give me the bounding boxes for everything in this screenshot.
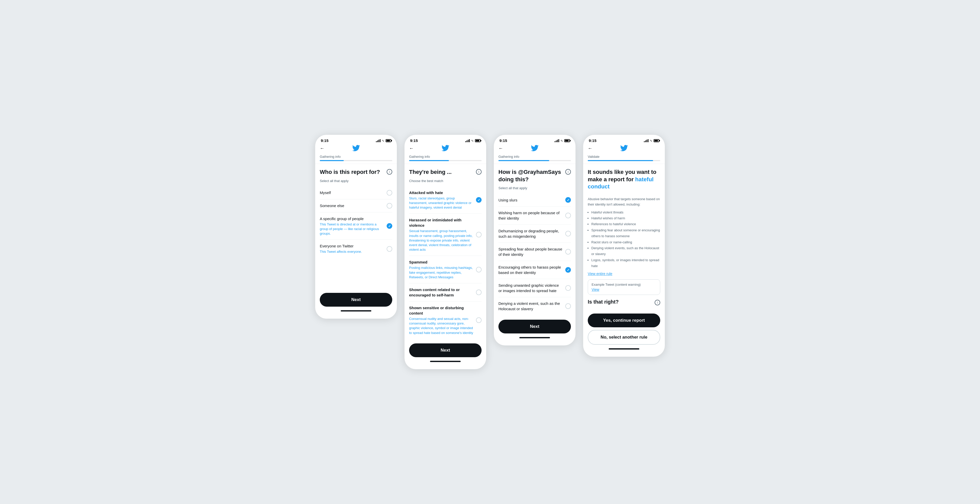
option-spammed[interactable]: Spammed Posting malicious links, misusin…	[409, 256, 482, 283]
bullet-3: References to hateful violence	[591, 221, 660, 227]
progress-bar-bg-4	[588, 160, 660, 161]
wifi-icon-3: ∿	[560, 139, 563, 142]
twitter-logo-2	[441, 144, 449, 153]
is-right-label: Is that right?	[588, 299, 619, 305]
bullet-4: Spreading fear about someone or encourag…	[591, 227, 660, 239]
wifi-icon-1: ∿	[382, 139, 384, 142]
option-wishing-harm-label: Wishing harm on people because of their …	[498, 210, 563, 221]
status-bar-3: 9:15 ∿	[494, 135, 576, 144]
option-attacked[interactable]: Attacked with hate Slurs, racial stereot…	[409, 187, 482, 214]
progress-bar-bg-3	[498, 160, 571, 161]
signal-icon-4	[644, 139, 649, 142]
subtitle-1: Select all that apply	[320, 179, 392, 183]
option-self-harm-radio	[476, 290, 482, 295]
home-indicator-4	[609, 348, 639, 349]
bullet-7: Logos, symbols, or images intended to sp…	[591, 257, 660, 269]
progress-bar-bg-2	[409, 160, 482, 161]
nav-3: ←	[494, 144, 576, 152]
home-indicator-1	[341, 310, 371, 311]
back-button-3[interactable]: ←	[498, 146, 503, 151]
option-self-harm-label: Shown content related to or encouraged t…	[409, 287, 473, 298]
subtitle-3: Select all that apply	[498, 186, 571, 190]
option-encouraging-harass[interactable]: Encouraging others to harass people base…	[498, 261, 571, 279]
option-dehumanizing-label: Dehumanizing or degrading people, such a…	[498, 228, 563, 239]
nav-2: ←	[404, 144, 486, 152]
example-tweet-view-link[interactable]: View	[592, 287, 656, 292]
progress-bar-fill-2	[409, 160, 449, 161]
next-button-2[interactable]: Next	[409, 343, 482, 357]
status-time-2: 9:15	[410, 139, 418, 143]
status-bar-1: 9:15 ∿	[315, 135, 397, 144]
progress-bar-fill-1	[320, 160, 344, 161]
status-bar-2: 9:15 ∿	[404, 135, 486, 144]
progress-label-1: Gathering info	[320, 155, 392, 159]
info-icon-3[interactable]: i	[565, 169, 571, 175]
validate-description: Abusive behavior that targets someone ba…	[588, 196, 660, 207]
back-button-4[interactable]: ←	[588, 146, 592, 151]
info-icon-4[interactable]: i	[655, 300, 660, 305]
battery-icon-2	[475, 139, 480, 142]
page-title-3: How is @GrayhamSays doing this?	[498, 169, 565, 183]
status-icons-3: ∿	[555, 139, 570, 142]
option-someone-else[interactable]: Someone else	[320, 199, 392, 212]
option-harassed-sublabel: Sexual harassment, group harassment, ins…	[409, 229, 473, 252]
status-time-1: 9:15	[321, 139, 328, 143]
page-title-4: It sounds like you want to make a report…	[588, 169, 660, 190]
option-dehumanizing[interactable]: Dehumanizing or degrading people, such a…	[498, 225, 571, 243]
wifi-icon-4: ∿	[650, 139, 652, 142]
info-icon-2[interactable]: i	[476, 169, 482, 175]
twitter-logo-3	[531, 144, 539, 153]
option-myself[interactable]: Myself	[320, 187, 392, 199]
next-button-3[interactable]: Next	[498, 320, 571, 333]
battery-icon-1	[386, 139, 391, 142]
option-sensitive-sublabel: Consensual nudity and sexual acts, non-c…	[409, 317, 473, 335]
back-button-2[interactable]: ←	[409, 146, 414, 151]
option-spreading-fear-radio	[565, 249, 571, 255]
option-spreading-fear[interactable]: Spreading fear about people because of t…	[498, 243, 571, 261]
option-denying-event[interactable]: Denying a violent event, such as the Hol…	[498, 297, 571, 315]
info-icon-1[interactable]: i	[387, 169, 392, 175]
progress-bar-fill-4	[588, 160, 653, 161]
progress-section-2: Gathering info	[404, 152, 486, 161]
twitter-logo-4	[620, 144, 628, 153]
content-1: Who is this report for? i Select all tha…	[315, 164, 397, 288]
highlight-text: hateful conduct	[588, 176, 654, 190]
option-specific-group[interactable]: A specific group of people This Tweet is…	[320, 212, 392, 240]
option-someone-else-radio	[387, 203, 392, 209]
option-everyone-label: Everyone on Twitter	[320, 243, 384, 249]
status-icons-2: ∿	[465, 139, 480, 142]
option-myself-radio	[387, 190, 392, 196]
option-everyone[interactable]: Everyone on Twitter This Tweet affects e…	[320, 240, 392, 258]
no-select-rule-button[interactable]: No, select another rule	[588, 330, 660, 345]
content-2: They're being ... i Choose the best matc…	[404, 164, 486, 338]
option-slurs[interactable]: Using slurs	[498, 193, 571, 207]
option-graphic-violence-label: Sending unwanted graphic violence or ima…	[498, 282, 563, 293]
home-indicator-3	[519, 337, 550, 338]
option-wishing-harm[interactable]: Wishing harm on people because of their …	[498, 207, 571, 225]
view-rule-link[interactable]: View entire rule	[588, 272, 660, 276]
subtitle-2: Choose the best match	[409, 179, 482, 183]
status-time-4: 9:15	[589, 139, 597, 143]
yes-continue-button[interactable]: Yes, continue report	[588, 314, 660, 327]
next-button-1[interactable]: Next	[320, 293, 392, 307]
option-graphic-violence-radio	[565, 285, 571, 291]
status-icons-4: ∿	[644, 139, 659, 142]
is-right-row: Is that right? i	[588, 299, 660, 306]
option-graphic-violence[interactable]: Sending unwanted graphic violence or ima…	[498, 279, 571, 297]
page-title-1: Who is this report for?	[320, 169, 380, 176]
phone-2: 9:15 ∿ ←	[404, 135, 486, 369]
option-attacked-label: Attacked with hate	[409, 190, 473, 195]
option-everyone-sublabel: This Tweet affects everyone.	[320, 249, 384, 254]
option-sensitive-label: Shown sensitive or disturbing content	[409, 305, 473, 316]
back-button-1[interactable]: ←	[320, 146, 325, 151]
option-spammed-radio	[476, 267, 482, 273]
option-self-harm[interactable]: Shown content related to or encouraged t…	[409, 283, 482, 301]
option-sensitive[interactable]: Shown sensitive or disturbing content Co…	[409, 301, 482, 339]
option-spammed-sublabel: Posting malicious links, misusing hashta…	[409, 266, 473, 279]
title-row-1: Who is this report for? i	[320, 169, 392, 177]
phone-1: 9:15 ∿ ←	[315, 135, 397, 319]
option-harassed[interactable]: Harassed or intimidated with violence Se…	[409, 214, 482, 256]
title-row-3: How is @GrayhamSays doing this? i	[498, 169, 571, 185]
bullet-5: Racist slurs or name-calling	[591, 239, 660, 245]
status-bar-4: 9:15 ∿	[583, 135, 665, 144]
